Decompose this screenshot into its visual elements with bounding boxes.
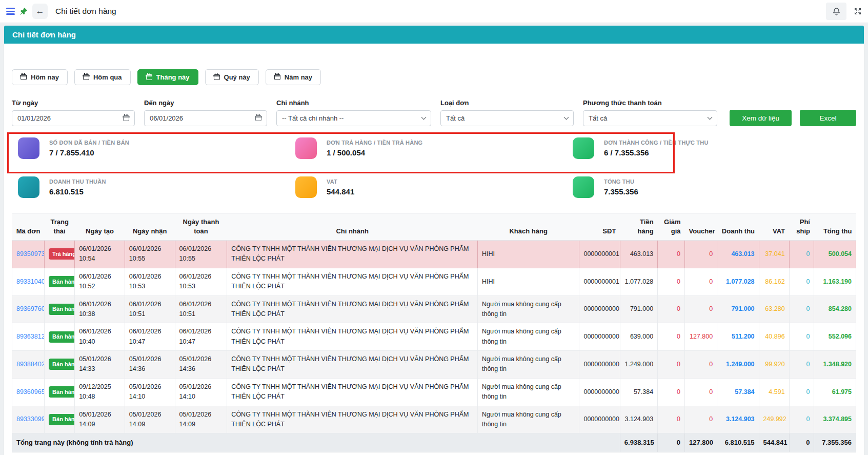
menu-button[interactable] — [6, 8, 15, 14]
summary-card-label: VAT — [327, 179, 354, 185]
date-text: 05/01/2026 — [179, 382, 223, 392]
order-type-select[interactable]: Tất cả — [440, 110, 574, 126]
quick-filter-button[interactable]: Tháng này — [137, 69, 198, 85]
created-date-cell: 06/01/202610:38 — [75, 295, 125, 323]
date-text: 05/01/2026 — [79, 410, 120, 420]
goods-amount-cell: 3.124.903 — [620, 406, 657, 433]
revenue-cell: 57.384 — [717, 378, 759, 406]
back-arrow-icon: ← — [36, 6, 45, 16]
to-date-group: Đến ngày 06/01/2026 — [144, 99, 267, 126]
quick-filter-button[interactable]: Hôm nay — [12, 69, 68, 85]
order-code-link[interactable]: 89369760 — [16, 305, 45, 312]
time-text: 14:09 — [79, 420, 120, 429]
pin-button[interactable] — [19, 7, 28, 15]
order-code-link[interactable]: 89360965 — [16, 388, 45, 395]
fullscreen-button[interactable] — [854, 7, 862, 15]
received-date-cell: 05/01/202614:10 — [125, 378, 175, 406]
status-badge: Bán hàng — [49, 414, 75, 425]
phone-cell: 0000000001 — [579, 268, 620, 295]
order-status-cell: Bán hàng — [45, 268, 75, 295]
table-row: 89333099Bán hàng05/01/202614:0905/01/202… — [12, 406, 856, 433]
excel-export-button[interactable]: Excel — [800, 110, 856, 126]
quick-filter-button[interactable]: Hôm qua — [74, 69, 131, 85]
summary-card-label: ĐƠN THÀNH CÔNG / TIỀN THỰC THU — [604, 140, 709, 146]
time-text: 14:09 — [129, 420, 171, 429]
summary-card-icon — [295, 176, 317, 198]
order-code-link[interactable]: 89333099 — [16, 416, 45, 423]
summary-card-text: ĐƠN THÀNH CÔNG / TIỀN THỰC THU6 / 7.355.… — [604, 140, 709, 157]
time-text: 10:55 — [129, 254, 171, 264]
received-date-cell: 06/01/202610:55 — [125, 241, 175, 268]
order-type-value: Tất cả — [446, 114, 465, 122]
quick-filter-label: Năm nay — [285, 73, 312, 81]
time-text: 10:47 — [179, 337, 223, 347]
summary-card-icon — [295, 137, 317, 159]
revenue-cell: 1.249.000 — [717, 351, 759, 379]
payment-method-select[interactable]: Tất cả — [583, 110, 717, 126]
order-code-cell: 89350973 — [12, 241, 45, 268]
status-badge: Bán hàng — [49, 386, 75, 398]
date-text: 06/01/2026 — [129, 300, 171, 309]
summary-card-text: ĐƠN TRẢ HÀNG / TIỀN TRẢ HÀNG1 / 500.054 — [327, 140, 422, 157]
order-code-link[interactable]: 89363812 — [16, 333, 45, 340]
to-date-label: Đến ngày — [144, 99, 267, 107]
summary-card-label: ĐƠN TRẢ HÀNG / TIỀN TRẢ HÀNG — [327, 140, 422, 146]
payment-method-label: Phương thức thanh toán — [583, 99, 717, 107]
revenue-cell: 511.200 — [717, 323, 759, 351]
time-text: 10:47 — [129, 337, 171, 347]
chevron-down-icon — [421, 115, 427, 120]
discount-cell: 0 — [658, 295, 685, 323]
summary-card: DOANH THU THUẦN6.810.515 — [18, 176, 295, 198]
chevron-down-icon — [708, 115, 713, 120]
customer-cell: Người mua không cung cấp thông tin — [477, 351, 579, 379]
created-date-cell: 06/01/202610:52 — [75, 268, 125, 295]
summary-card-value: 6.810.515 — [49, 187, 106, 196]
time-text: 14:10 — [129, 392, 171, 402]
date-text: 05/01/2026 — [129, 410, 171, 420]
ship-fee-cell: 0 — [789, 241, 814, 268]
status-badge: Bán hàng — [49, 331, 75, 343]
notifications-button[interactable] — [826, 3, 846, 20]
view-data-button[interactable]: Xem dữ liệu — [730, 110, 792, 126]
quick-filter-button[interactable]: Năm nay — [266, 69, 321, 85]
content-card: Hôm nayHôm quaTháng nàyQuý nàyNăm nay Từ… — [4, 44, 864, 455]
column-header: VAT — [759, 214, 789, 241]
bell-icon — [832, 7, 841, 16]
discount-cell: 0 — [658, 268, 685, 295]
ship-fee-cell: 0 — [789, 268, 814, 295]
chevron-down-icon — [564, 115, 569, 120]
time-text: 10:38 — [79, 309, 120, 319]
branch-value: -- Tất cả chi nhánh -- — [282, 114, 344, 122]
total-cell: 61.975 — [814, 378, 856, 406]
from-date-group: Từ ngày 01/01/2026 — [12, 99, 135, 126]
order-code-link[interactable]: 89388402 — [16, 361, 45, 368]
footer-discount: 0 — [658, 433, 685, 452]
vat-cell: 4.591 — [759, 378, 789, 406]
branch-select[interactable]: -- Tất cả chi nhánh -- — [276, 110, 431, 126]
to-date-input[interactable]: 06/01/2026 — [144, 110, 267, 126]
goods-amount-cell: 639.000 — [620, 323, 657, 351]
summary-card-value: 7 / 7.855.410 — [49, 148, 129, 157]
back-button[interactable]: ← — [32, 4, 48, 19]
date-text: 09/12/2025 — [79, 382, 120, 392]
page-title-bar: Chi tiết đơn hàng — [4, 26, 864, 44]
discount-cell: 0 — [658, 323, 685, 351]
date-text: 06/01/2026 — [129, 327, 171, 337]
voucher-cell: 127.800 — [685, 323, 717, 351]
from-date-input[interactable]: 01/01/2026 — [12, 110, 135, 126]
summary-card: VAT544.841 — [295, 176, 573, 198]
summary-card-value: 544.841 — [327, 187, 354, 196]
paid-date-cell: 05/01/202614:36 — [175, 351, 227, 379]
footer-label: Tổng trang này (không tính trả hàng) — [12, 433, 620, 452]
quick-filter-button[interactable]: Quý này — [205, 69, 259, 85]
column-header: Doanh thu — [717, 214, 759, 241]
paid-date-cell: 06/01/202610:53 — [175, 268, 227, 295]
paid-date-cell: 06/01/202610:51 — [175, 295, 227, 323]
date-text: 06/01/2026 — [79, 272, 120, 282]
phone-cell: 0000000001 — [579, 241, 620, 268]
quick-filter-group: Hôm nayHôm quaTháng nàyQuý nàyNăm nay — [12, 69, 856, 85]
date-text: 05/01/2026 — [179, 410, 223, 420]
order-code-link[interactable]: 89331040 — [16, 278, 45, 285]
order-code-link[interactable]: 89350973 — [16, 250, 45, 258]
total-cell: 1.348.920 — [814, 351, 856, 379]
